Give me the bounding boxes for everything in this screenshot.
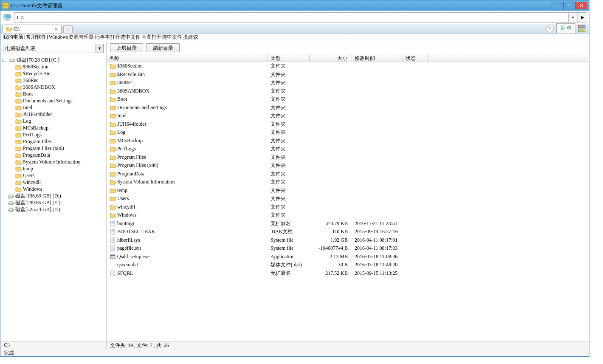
- file-row[interactable]: bootmgr无扩展名374.79 KB2010-11-21 11:23:51: [107, 220, 589, 228]
- folder-icon: [15, 152, 22, 158]
- tree-drive[interactable]: 磁盘[299.85 GB] (E:): [2, 199, 104, 206]
- tab-bar: C:\ ✕ + V 菜 单: [0, 24, 589, 34]
- tree-folder[interactable]: wincydll: [2, 179, 104, 186]
- file-row[interactable]: qsoem.dat媒体文件(.dat)30 B2016-03-18 11:48:…: [107, 261, 589, 269]
- minimize-button[interactable]: —: [552, 2, 564, 9]
- tree-folder[interactable]: Intel: [2, 104, 104, 111]
- tree-folder[interactable]: System Volume Information: [2, 158, 104, 165]
- folder-row[interactable]: Program Files文件夹: [107, 153, 589, 162]
- tree-drive[interactable]: 磁盘[196.69 GB] (D:): [2, 192, 104, 199]
- button-bar: 上层目录 刷新目录: [107, 41, 589, 54]
- tree-folder[interactable]: Log: [2, 118, 104, 124]
- check-icon[interactable]: V: [546, 25, 554, 32]
- tab-close-icon[interactable]: ✕: [54, 26, 58, 32]
- folder-row[interactable]: ProgramData文件夹: [107, 170, 589, 178]
- svg-rect-31: [110, 246, 114, 251]
- header-size[interactable]: 大小: [310, 54, 352, 62]
- tree-folder[interactable]: MCsBackup: [2, 124, 104, 131]
- tree-folder[interactable]: Users: [2, 172, 104, 179]
- go-button[interactable]: ▶: [578, 12, 587, 23]
- folder-row[interactable]: Users文件夹: [107, 195, 589, 203]
- tree-drive[interactable]: 磁盘[325.24 GB] (F:): [2, 206, 104, 213]
- folder-row[interactable]: Intel文件夹: [107, 112, 589, 120]
- header-modified[interactable]: 修改时间: [352, 54, 403, 62]
- right-panel: 上层目录 刷新目录 名称 类型 大小 修改时间 状态 $360Section文件…: [107, 41, 589, 341]
- file-row[interactable]: SFQRL无扩展名217.52 KB2015-09-15 11:13:25: [107, 269, 589, 278]
- tree-folder[interactable]: Documents and Settings: [2, 97, 104, 104]
- folder-row[interactable]: wincydll文件夹: [107, 203, 589, 212]
- folder-icon: [15, 166, 22, 172]
- svg-rect-36: [110, 255, 115, 256]
- folder-row[interactable]: JUH644folder文件夹: [107, 120, 589, 129]
- file-row[interactable]: BOOTSECT.BAK.BAK文档8.0 KB2015-09-14 16:37…: [107, 228, 589, 236]
- folder-row[interactable]: Program Files (x86)文件夹: [107, 161, 589, 170]
- folder-icon: [109, 196, 116, 202]
- file-row[interactable]: pagefile.sysSystem file-104607744 B2016-…: [107, 244, 589, 253]
- new-tab-button[interactable]: +: [63, 25, 73, 33]
- folder-icon: [109, 146, 116, 152]
- folder-row[interactable]: Log文件夹: [107, 128, 589, 137]
- file-row[interactable]: hiberfil.sysSystem file1.92 GB2016-04-11…: [107, 236, 589, 245]
- folder-row[interactable]: $360Section文件夹: [107, 62, 589, 71]
- tree-folder[interactable]: $Recycle.Bin: [2, 70, 104, 77]
- folder-row[interactable]: Boot文件夹: [107, 95, 589, 104]
- chevron-down-icon[interactable]: ▼: [96, 44, 103, 53]
- folder-row[interactable]: 360SANDBOX文件夹: [107, 87, 589, 96]
- tree-folder[interactable]: 360Rec: [2, 77, 104, 84]
- tab-c-drive[interactable]: C:\ ✕: [2, 25, 62, 33]
- header-status[interactable]: 状态: [403, 54, 428, 62]
- tree-folder[interactable]: $360Section: [2, 63, 104, 70]
- menu-button[interactable]: 菜 单: [556, 23, 575, 33]
- menu-notepad[interactable]: 记事本打开选中文件: [95, 34, 141, 41]
- menu-explorer[interactable]: Windows资源管理器: [49, 34, 94, 41]
- tree-folder[interactable]: 360SANDBOX: [2, 84, 104, 90]
- menu-common-software[interactable]: [常用软件]: [24, 34, 48, 41]
- folder-icon: [15, 77, 22, 83]
- folder-row[interactable]: Documents and Settings文件夹: [107, 104, 589, 112]
- file-grid: 名称 类型 大小 修改时间 状态 $360Section文件夹$Recycle.…: [107, 54, 589, 341]
- folder-icon: [15, 138, 22, 144]
- folder-icon: [15, 186, 22, 192]
- tree-folder[interactable]: JUH644folder: [2, 111, 104, 118]
- tree-root-c[interactable]: -磁盘[70.28 GB] (C:): [2, 56, 104, 63]
- folder-row[interactable]: Windows文件夹: [107, 211, 589, 220]
- tree-folder[interactable]: Program Files: [2, 138, 104, 145]
- refresh-button[interactable]: 刷新目录: [147, 43, 180, 52]
- menu-feedback[interactable]: 提建议: [183, 34, 198, 41]
- header-name[interactable]: 名称: [107, 54, 268, 62]
- folder-row[interactable]: $Recycle.Bin文件夹: [107, 71, 589, 79]
- folder-row[interactable]: MCsBackup文件夹: [107, 137, 589, 145]
- address-toolbar: ▾ ▶: [0, 11, 589, 24]
- tree-folder[interactable]: Boot: [2, 90, 104, 97]
- folder-row[interactable]: PerfLogs文件夹: [107, 145, 589, 153]
- svg-rect-4: [582, 25, 585, 28]
- folder-row[interactable]: 360Rec文件夹: [107, 79, 589, 87]
- address-input[interactable]: [14, 12, 569, 23]
- tree-folder[interactable]: Program Files (x86): [2, 145, 104, 152]
- tree-folder[interactable]: Windows: [2, 186, 104, 192]
- folder-icon: [15, 84, 22, 90]
- folder-icon: [109, 138, 116, 144]
- folder-icon: [109, 204, 116, 210]
- tree-folder[interactable]: PerfLogs: [2, 131, 104, 138]
- address-dropdown[interactable]: ▾: [569, 12, 578, 23]
- up-button[interactable]: 上层目录: [110, 43, 143, 52]
- folder-icon: [15, 145, 22, 151]
- menu-mycomputer[interactable]: 我的电脑: [3, 34, 23, 41]
- folder-row[interactable]: temp文件夹: [107, 186, 589, 195]
- header-type[interactable]: 类型: [268, 54, 310, 62]
- svg-point-15: [12, 202, 13, 203]
- folder-icon: [109, 113, 116, 119]
- tree-folder[interactable]: temp: [2, 165, 104, 172]
- svg-point-12: [12, 195, 13, 196]
- file-row[interactable]: Qsdd_setup.exeApplication2.13 MB2016-03-…: [107, 253, 589, 261]
- maximize-button[interactable]: □: [564, 2, 575, 9]
- view-grid-icon[interactable]: [578, 25, 586, 32]
- svg-point-18: [12, 209, 13, 210]
- drive-combo[interactable]: 电脑磁盘列表 ▼: [3, 44, 104, 53]
- grid-header: 名称 类型 大小 修改时间 状态: [107, 54, 589, 62]
- close-button[interactable]: ✕: [575, 2, 587, 9]
- menu-paint[interactable]: 画图打开选中文件: [141, 34, 182, 41]
- tree-folder[interactable]: ProgramData: [2, 152, 104, 158]
- folder-row[interactable]: System Volume Information文件夹: [107, 178, 589, 186]
